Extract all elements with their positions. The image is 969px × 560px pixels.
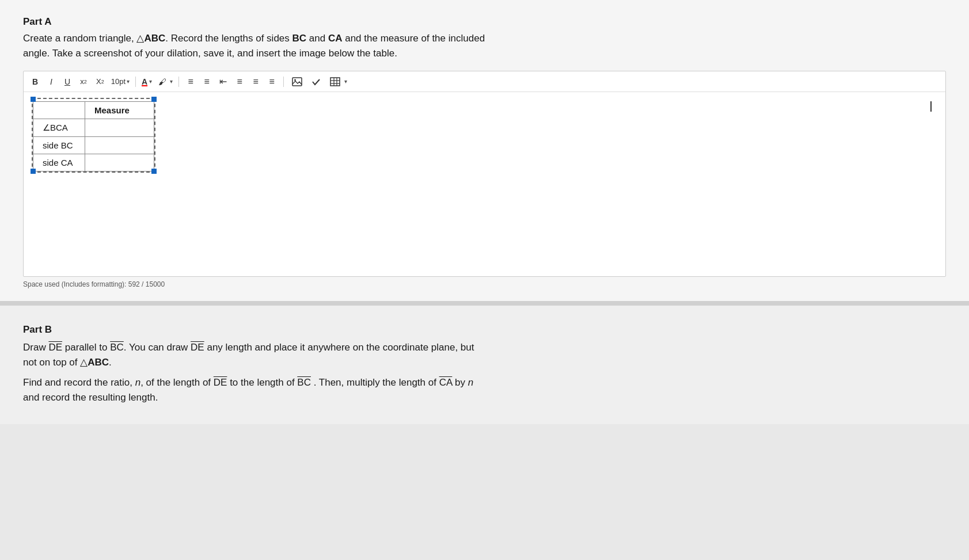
data-table: Measure ∠BCA side BC side CA: [33, 101, 154, 172]
font-size-selector[interactable]: 10pt ▾: [111, 77, 130, 86]
bca-value-cell[interactable]: [85, 119, 154, 137]
font-size-value: 10pt: [111, 77, 126, 86]
align-right-button[interactable]: ≡: [266, 75, 278, 88]
part-b-desc2: Find and record the ratio, n, of the len…: [23, 375, 946, 405]
toolbar-separator-1: [135, 77, 136, 87]
part-a-label: Part A: [23, 16, 946, 28]
part-a-description: Create a random triangle, △ABC. Record t…: [23, 31, 946, 60]
editor-content[interactable]: Measure ∠BCA side BC side CA: [24, 92, 945, 276]
bca-label-cell: ∠BCA: [33, 119, 85, 137]
handle-bl: [31, 169, 36, 174]
table-row-bca: ∠BCA: [33, 119, 154, 137]
part-a-section: Part A Create a random triangle, △ABC. R…: [0, 0, 969, 301]
handle-tl: [31, 97, 36, 102]
highlight-group[interactable]: 🖌 ▾: [157, 77, 173, 87]
space-used: Space used (Includes formatting): 592 / …: [23, 277, 946, 289]
table-icon: [330, 77, 340, 86]
bc-label-cell: side BC: [33, 137, 85, 154]
part-b-desc2-text: Find and record the ratio, n, of the len…: [23, 377, 473, 388]
check-button[interactable]: [309, 76, 323, 87]
font-size-chevron: ▾: [127, 78, 130, 85]
font-color-a-icon: A: [142, 77, 147, 86]
superscript-button[interactable]: x2: [78, 76, 89, 87]
table-chevron: ▾: [344, 78, 347, 85]
outdent-button[interactable]: ⇤: [217, 75, 229, 88]
table-row-ca: side CA: [33, 154, 154, 172]
ca-value-cell[interactable]: [85, 154, 154, 172]
check-icon: [311, 77, 321, 86]
font-color-chevron: ▾: [149, 78, 152, 85]
subscript-button[interactable]: X2: [94, 76, 107, 87]
measure-header-cell: Measure: [85, 102, 154, 119]
underline-button[interactable]: U: [62, 76, 73, 87]
toolbar-separator-3: [283, 77, 284, 87]
image-button[interactable]: [290, 76, 305, 87]
empty-header-cell: [33, 102, 85, 119]
highlight-chevron: ▾: [170, 78, 173, 85]
table-row-header: Measure: [33, 102, 154, 119]
font-color-group[interactable]: A ▾: [142, 77, 152, 86]
bullet-list-button[interactable]: ≡: [185, 75, 196, 88]
part-a-desc-line1: Create a random triangle, △ABC. Record t…: [23, 33, 485, 44]
section-divider: [0, 301, 969, 306]
table-wrapper: Measure ∠BCA side BC side CA: [33, 99, 154, 172]
bc-value-cell[interactable]: [85, 137, 154, 154]
table-row-bc: side BC: [33, 137, 154, 154]
part-b-desc2b-text: and record the resulting length.: [23, 392, 158, 403]
toolbar-separator-2: [178, 77, 179, 87]
text-cursor: [930, 101, 932, 112]
svg-rect-2: [330, 78, 340, 86]
editor-toolbar: B I U x2 X2 10pt ▾ A ▾ 🖌 ▾: [24, 71, 945, 92]
part-b-desc1-text: Draw DE parallel to BC. You can draw DE …: [23, 342, 474, 353]
handle-tr: [151, 97, 157, 102]
part-b-desc1b-text: not on top of △ABC.: [23, 357, 112, 368]
table-button[interactable]: [328, 76, 343, 87]
bold-button[interactable]: B: [29, 76, 41, 87]
italic-button[interactable]: I: [45, 76, 57, 87]
numbered-list-button[interactable]: ≡: [201, 75, 212, 88]
highlight-icon: 🖌: [157, 77, 168, 87]
image-icon: [292, 77, 302, 86]
part-b-desc1: Draw DE parallel to BC. You can draw DE …: [23, 340, 946, 369]
part-a-desc-line2: angle. Take a screenshot of your dilatio…: [23, 48, 397, 59]
editor-box: B I U x2 X2 10pt ▾ A ▾ 🖌 ▾: [23, 71, 946, 277]
handle-br: [151, 169, 157, 174]
align-center-button[interactable]: ≡: [250, 75, 261, 88]
svg-rect-0: [292, 78, 302, 86]
ca-label-cell: side CA: [33, 154, 85, 172]
align-left-button[interactable]: ≡: [234, 75, 245, 88]
svg-point-1: [294, 79, 296, 81]
table-group[interactable]: ▾: [328, 76, 347, 87]
part-b-section: Part B Draw DE parallel to BC. You can d…: [0, 306, 969, 424]
part-b-label: Part B: [23, 324, 946, 336]
